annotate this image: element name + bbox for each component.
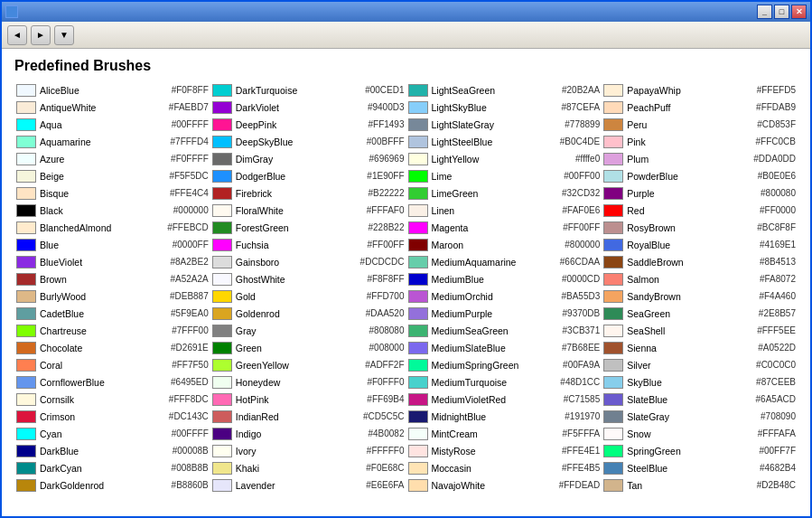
color-name: Gold: [236, 291, 363, 302]
color-hex: #87CEEB: [756, 377, 796, 387]
window-icon: [5, 5, 18, 18]
color-swatch: [16, 170, 36, 183]
color-name: Chartreuse: [40, 325, 168, 336]
minimize-button[interactable]: _: [757, 5, 772, 19]
color-swatch: [16, 462, 36, 475]
color-name: LightSlateGray: [432, 119, 562, 130]
color-hex: #9400D3: [368, 102, 405, 112]
color-name: Lime: [432, 171, 561, 182]
color-hex: #4682B4: [760, 463, 796, 473]
color-hex: #7B68EE: [562, 343, 600, 353]
color-hex: #48D1CC: [560, 377, 600, 387]
color-hex: #DDA0DD: [753, 154, 796, 164]
color-row: BurlyWood#DEB887: [14, 287, 210, 305]
color-swatch: [212, 187, 232, 200]
color-row: DarkViolet#9400D3: [210, 99, 406, 116]
color-hex: #00FF00: [564, 171, 600, 181]
color-swatch: [603, 273, 623, 286]
color-name: BlueViolet: [40, 257, 166, 268]
color-row: MediumSlateBlue#7B68EE: [406, 339, 602, 356]
color-column-2: LightSeaGreen#20B2AALightSkyBlue#87CEFAL…: [406, 81, 602, 494]
color-swatch: [212, 479, 232, 492]
color-hex: #C0C0C0: [756, 360, 796, 370]
maximize-button[interactable]: □: [774, 5, 789, 19]
color-swatch: [408, 256, 428, 268]
color-name: Maroon: [432, 240, 562, 250]
color-swatch: [603, 393, 623, 406]
color-row: Silver#C0C0C0: [602, 356, 798, 373]
color-hex: #778899: [565, 119, 600, 129]
color-row: MediumSeaGreen#3CB371: [406, 322, 602, 339]
color-row: MediumAquamarine#66CDAA: [406, 253, 602, 270]
color-row: AntiqueWhite#FAEBD7: [14, 99, 210, 116]
color-swatch: [408, 136, 428, 148]
color-hex: #008000: [369, 343, 405, 353]
color-hex: #6A5ACD: [756, 394, 796, 404]
forward-button[interactable]: ►: [31, 25, 51, 45]
color-row: Magenta#FF00FF: [406, 219, 602, 236]
color-row: MediumOrchid#BA55D3: [406, 287, 602, 305]
color-row: Ivory#FFFFF0: [210, 442, 406, 459]
color-row: Beige#F5F5DC: [14, 167, 210, 184]
color-hex: #ADFF2F: [365, 360, 404, 370]
color-hex: #7FFFD4: [171, 137, 209, 146]
color-row: MediumPurple#9370DB: [406, 305, 602, 322]
color-swatch: [603, 342, 623, 354]
color-swatch: [408, 359, 428, 372]
color-row: Moccasin#FFE4B5: [406, 459, 602, 476]
color-row: DimGray#696969: [210, 150, 406, 167]
color-swatch: [212, 273, 232, 286]
color-name: MediumPurple: [432, 308, 559, 319]
color-hex: #FF00FF: [563, 222, 600, 232]
close-button[interactable]: ✕: [791, 5, 807, 19]
color-hex: #BA55D3: [561, 291, 600, 301]
color-row: Cornsilk#FFF8DC: [14, 391, 210, 408]
color-hex: #FFEBCD: [167, 222, 209, 232]
color-row: LightYellow#ffffe0: [406, 150, 602, 167]
color-hex: #C71585: [564, 394, 601, 404]
color-swatch: [212, 84, 232, 97]
dropdown-button[interactable]: ▼: [54, 25, 74, 45]
color-name: Salmon: [627, 274, 756, 285]
color-row: SaddleBrown#8B4513: [602, 253, 798, 270]
color-hex: #F5FFFA: [563, 429, 601, 438]
color-row: SlateGray#708090: [602, 408, 798, 425]
color-name: BlanchedAlmond: [40, 222, 163, 233]
color-swatch: [212, 376, 232, 389]
color-row: Azure#F0FFFF: [14, 150, 210, 167]
color-name: Gray: [236, 325, 366, 336]
color-name: Plum: [627, 154, 750, 165]
content-area: Predefined Brushes AliceBlue#F0F8FFAntiq…: [2, 49, 810, 516]
color-swatch: [603, 187, 623, 200]
color-swatch: [16, 101, 36, 114]
color-row: Crimson#DC143C: [14, 408, 210, 425]
color-hex: #5F9EA0: [171, 308, 209, 318]
color-row: Red#FF0000: [602, 202, 798, 219]
color-name: MidnightBlue: [432, 411, 562, 422]
color-row: BlanchedAlmond#FFEBCD: [14, 219, 210, 236]
color-name: DarkBlue: [40, 446, 169, 457]
color-hex: #D2691E: [171, 343, 209, 353]
color-hex: #FFD700: [367, 291, 405, 301]
color-hex: #FFDEAD: [559, 480, 601, 490]
color-swatch: [212, 428, 232, 440]
color-swatch: [408, 290, 428, 303]
color-hex: #FFE4B5: [562, 463, 600, 473]
color-name: SeaShell: [627, 325, 753, 336]
color-hex: #000000: [173, 205, 209, 215]
color-name: Honeydew: [236, 377, 364, 388]
color-swatch: [408, 204, 428, 217]
color-row: LightSkyBlue#87CEFA: [406, 99, 602, 116]
back-button[interactable]: ◄: [7, 25, 27, 45]
color-hex: #008B8B: [172, 463, 209, 473]
color-name: DarkViolet: [236, 102, 364, 113]
color-hex: #E6E6FA: [366, 480, 404, 490]
color-row: ForestGreen#228B22: [210, 219, 406, 236]
color-swatch: [408, 479, 428, 492]
color-name: Green: [236, 343, 366, 353]
color-swatch: [212, 359, 232, 372]
color-swatch: [16, 410, 36, 423]
color-hex: #FFDAB9: [756, 102, 796, 112]
color-swatch: [603, 325, 623, 337]
color-hex: #00008B: [173, 446, 209, 456]
